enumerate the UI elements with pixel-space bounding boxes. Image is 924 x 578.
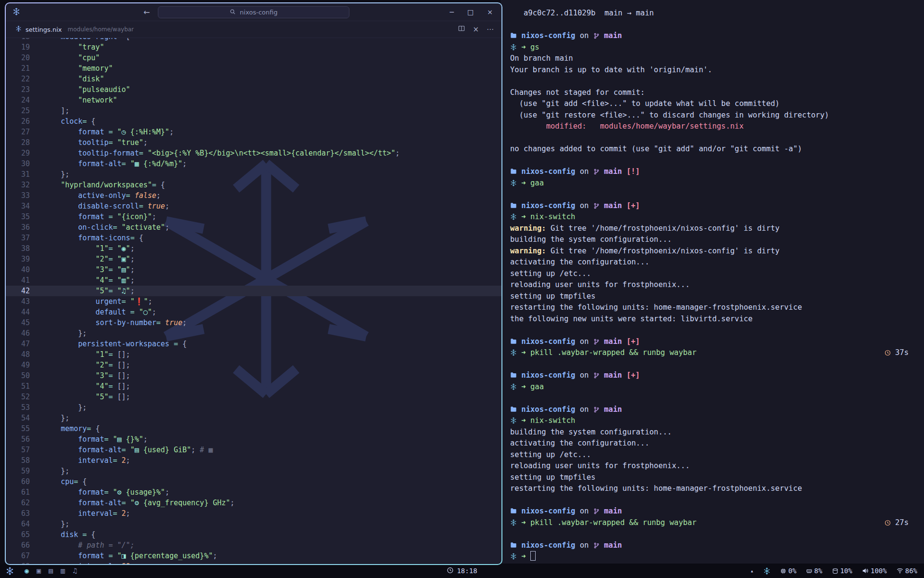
tray-expand-icon[interactable]: ▴	[750, 568, 754, 574]
text-segment: setting up tmpfiles	[510, 292, 595, 301]
code-line-48[interactable]: 48 "1"= [];	[6, 349, 501, 360]
code-line-41[interactable]: 41 "4"= "▥";	[6, 275, 501, 286]
code-line-22[interactable]: 22 "disk"	[6, 74, 501, 84]
nix-file-icon	[15, 26, 22, 33]
code-line-39[interactable]: 39 "2"= "▣";	[6, 254, 501, 264]
volume-module[interactable]: 100%	[862, 567, 887, 575]
line-number: 48	[6, 349, 38, 360]
text-segment: [+]	[622, 201, 640, 210]
workspace-1-button[interactable]: ◉	[25, 566, 29, 575]
nixos-logo-icon[interactable]	[6, 567, 14, 575]
close-button[interactable]: ×	[487, 8, 493, 16]
text-segment: "	[130, 297, 135, 306]
code-line-28[interactable]: 28 tooltip= "true";	[6, 137, 501, 148]
tray-nix-icon[interactable]	[763, 567, 770, 575]
workspace-4-button[interactable]: ▥	[61, 566, 65, 575]
code-line-21[interactable]: 21 "memory"	[6, 63, 501, 74]
code-line-31[interactable]: 31 };	[6, 169, 501, 180]
code-line-27[interactable]: 27 format = "◷ {:%H:%M}";	[6, 127, 501, 137]
code-line-20[interactable]: 20 "cpu"	[6, 53, 501, 63]
code-line-25[interactable]: 25 ];	[6, 105, 501, 116]
code-line-29[interactable]: 29 tooltip-format= "<big>{:%Y %B}</big>\…	[6, 148, 501, 158]
code-line-40[interactable]: 40 "3"= "▤";	[6, 264, 501, 275]
text-segment: =	[122, 499, 130, 507]
clock-module[interactable]: 18:18	[447, 567, 477, 575]
cpu-module[interactable]: 0%	[780, 567, 796, 575]
code-line-24[interactable]: 24 "network"	[6, 95, 501, 105]
code-line-67[interactable]: 67 format = "◨ {percentage_used}%";	[6, 551, 501, 561]
code-line-42[interactable]: 42 "5"= "♫";	[6, 286, 501, 296]
code-line-32[interactable]: 32 "hyprland/workspaces"= {	[6, 180, 501, 190]
code-line-51[interactable]: 51 "4"= [];	[6, 381, 501, 392]
nav-back-button[interactable]: ←	[143, 8, 150, 17]
code-line-57[interactable]: 57 format-alt= "▤ {used} GiB"; # ▦	[6, 445, 501, 455]
code-line-47[interactable]: 47 persistent-workspaces = {	[6, 339, 501, 349]
code-line-50[interactable]: 50 "3"= [];	[6, 370, 501, 381]
text-segment: gaa	[530, 179, 544, 187]
code-line-59[interactable]: 59 };	[6, 466, 501, 476]
code-line-33[interactable]: 33 active-only= false;	[6, 190, 501, 201]
text-segment: activating the configuration...	[510, 258, 649, 266]
code-line-63[interactable]: 63 interval= 2;	[6, 508, 501, 519]
minimize-button[interactable]: ─	[450, 8, 454, 16]
text-segment	[43, 170, 61, 179]
text-segment	[43, 223, 78, 232]
text-segment: ♫	[122, 287, 126, 295]
code-line-61[interactable]: 61 format= "⚙ {usage}%";	[6, 487, 501, 498]
text-segment	[43, 75, 78, 83]
workspace-5-button[interactable]: ♫	[73, 566, 77, 575]
code-line-18[interactable]: 18 modules-right= [	[6, 38, 501, 42]
code-line-56[interactable]: 56 format= "▤ {}%";	[6, 434, 501, 445]
code-text: disk = {	[38, 529, 95, 540]
text-segment: format	[78, 435, 104, 444]
code-line-55[interactable]: 55 memory= {	[6, 423, 501, 434]
terminal-window[interactable]: a9c0c72..d11029b main → main nixos-confi…	[500, 0, 924, 564]
terminal-line: ➜ nix-switch	[510, 211, 917, 223]
code-line-37[interactable]: 37 format-icons= {	[6, 233, 501, 243]
code-line-43[interactable]: 43 urgent= "❗";	[6, 296, 501, 307]
disk-module[interactable]: 10%	[832, 567, 852, 575]
code-line-62[interactable]: 62 format-alt= "⚙ {avg_frequency} GHz";	[6, 498, 501, 508]
tab-settings-nix[interactable]: settings.nix modules/home/waybar	[11, 26, 139, 33]
code-line-65[interactable]: 65 disk = {	[6, 529, 501, 540]
memory-module[interactable]: 8%	[806, 567, 822, 575]
code-line-52[interactable]: 52 "5"= [];	[6, 392, 501, 402]
code-line-45[interactable]: 45 sort-by-number= true;	[6, 317, 501, 328]
code-line-36[interactable]: 36 on-click= "activate";	[6, 222, 501, 233]
code-line-60[interactable]: 60 cpu= {	[6, 476, 501, 487]
code-text: default = "◯";	[38, 307, 156, 317]
code-line-58[interactable]: 58 interval= 2;	[6, 455, 501, 466]
code-line-30[interactable]: 30 format-alt= "▦ {:%d/%m}";	[6, 158, 501, 169]
code-line-44[interactable]: 44 default = "◯";	[6, 307, 501, 317]
code-line-49[interactable]: 49 "2"= [];	[6, 360, 501, 370]
code-line-35[interactable]: 35 format = "{icon}";	[6, 211, 501, 222]
code-line-26[interactable]: 26 clock= {	[6, 116, 501, 127]
command-center[interactable]: nixos-config	[158, 6, 349, 18]
text-segment: "	[117, 276, 122, 285]
text-segment: ;	[152, 212, 156, 221]
code-line-66[interactable]: 66 # path = "/";	[6, 540, 501, 551]
clock-icon	[447, 567, 453, 575]
code-line-38[interactable]: 38 "1"= "◉";	[6, 243, 501, 254]
text-segment: on-click	[78, 223, 113, 232]
code-line-34[interactable]: 34 disable-scroll= true;	[6, 201, 501, 211]
network-module[interactable]: 86%	[897, 567, 917, 575]
close-editor-icon[interactable]: ×	[473, 25, 479, 34]
terminal-line: building the system configuration...	[510, 234, 917, 246]
code-line-46[interactable]: 46 };	[6, 328, 501, 339]
desktop: a9c0c72..d11029b main → main nixos-confi…	[0, 0, 924, 578]
more-actions-icon[interactable]: ⋯	[487, 25, 494, 34]
code-line-53[interactable]: 53 };	[6, 402, 501, 413]
line-number: 44	[6, 307, 38, 317]
split-editor-icon[interactable]	[458, 25, 465, 34]
workspace-3-button[interactable]: ▤	[49, 566, 53, 575]
code-line-23[interactable]: 23 "pulseaudio"	[6, 84, 501, 95]
code-line-19[interactable]: 19 "tray"	[6, 42, 501, 53]
code-line-64[interactable]: 64 };	[6, 519, 501, 529]
code-line-54[interactable]: 54 };	[6, 413, 501, 423]
workspace-2-button[interactable]: ▣	[37, 566, 41, 575]
maximize-button[interactable]: □	[467, 8, 474, 16]
text-segment: memory	[61, 424, 87, 433]
code-line-68[interactable]: 68 interval= 60;	[6, 561, 501, 564]
nix-app-icon[interactable]	[13, 8, 20, 17]
